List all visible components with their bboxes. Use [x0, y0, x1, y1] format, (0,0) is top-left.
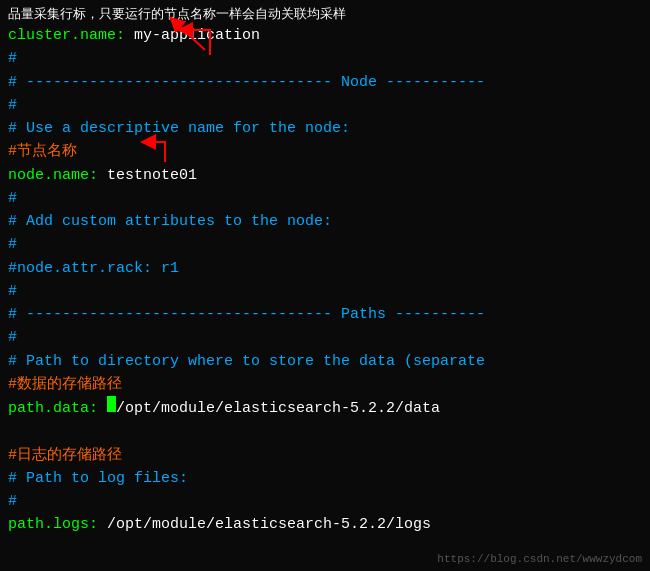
- text-cursor: [107, 396, 116, 412]
- line-empty-2: #: [8, 94, 642, 117]
- value-path-logs: /opt/module/elasticsearch-5.2.2/logs: [107, 513, 431, 536]
- line-node-name: node.name: testnote01: [8, 164, 642, 187]
- key-path-logs: path.logs: [8, 513, 89, 536]
- line-paths-separator: # ---------------------------------- Pat…: [8, 303, 642, 326]
- value-cluster-name: my-application: [134, 24, 260, 47]
- line-log-files: # Path to log files:: [8, 467, 642, 490]
- key-node-name: node.name: [8, 164, 89, 187]
- line-rack: #node.attr.rack: r1: [8, 257, 642, 280]
- code-editor: 品量采集行标，只要运行的节点名称一样会自动关联均采样 cluster.name:…: [0, 0, 650, 571]
- line-node-desc: # Use a descriptive name for the node:: [8, 117, 642, 140]
- line-empty-8: #: [8, 490, 642, 513]
- value-path-data: /opt/module/elasticsearch-5.2.2/data: [116, 397, 440, 420]
- line-empty-4: #: [8, 233, 642, 256]
- line-path-logs: path.logs: /opt/module/elasticsearch-5.2…: [8, 513, 642, 536]
- key-path-data: path.data: [8, 397, 89, 420]
- line-empty-3: #: [8, 187, 642, 210]
- line-top-cut: 品量采集行标，只要运行的节点名称一样会自动关联均采样: [8, 6, 642, 24]
- line-empty-6: #: [8, 326, 642, 349]
- line-empty-1: #: [8, 47, 642, 70]
- value-node-name: testnote01: [107, 164, 197, 187]
- line-path-dir: # Path to directory where to store the d…: [8, 350, 642, 373]
- key-cluster-name: cluster.name: [8, 24, 116, 47]
- line-custom-attr: # Add custom attributes to the node:: [8, 210, 642, 233]
- watermark: https://blog.csdn.net/wwwzydcom: [437, 553, 642, 565]
- line-path-data: path.data: /opt/module/elasticsearch-5.2…: [8, 396, 642, 420]
- line-node-chinese: #节点名称: [8, 140, 642, 163]
- line-data-chinese: #数据的存储路径: [8, 373, 642, 396]
- line-logs-chinese: #日志的存储路径: [8, 444, 642, 467]
- line-cluster-name: cluster.name: my-application: [8, 24, 642, 47]
- line-empty-5: #: [8, 280, 642, 303]
- line-node-separator: # ---------------------------------- Nod…: [8, 71, 642, 94]
- line-empty-7: [8, 420, 642, 443]
